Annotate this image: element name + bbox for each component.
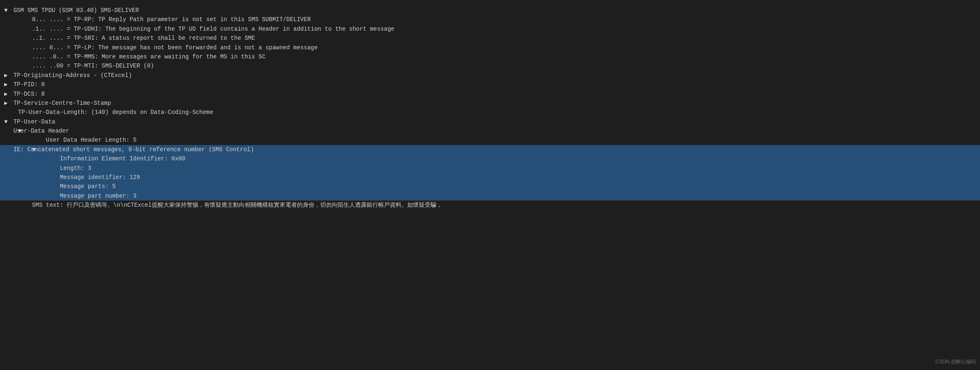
line-length[interactable]: Length: 3 — [0, 164, 980, 173]
tree-leaf-text: .... 0... = TP-LP: The message has not b… — [4, 43, 318, 52]
tree-leaf-text: User Data Header Length: 5 — [4, 135, 136, 145]
line-msg-part-num[interactable]: Message part number: 3 — [0, 191, 980, 201]
line-tp-ud[interactable]: ▼ TP-User-Data — [0, 117, 980, 126]
expand-icon[interactable]: ▶ — [4, 71, 10, 80]
tree-node-label: User-Data Header — [10, 126, 69, 135]
tree-leaf-text: SMS text: 行戶口及密碼等。\n\nCTExcel提醒大家保持警惕，有懷… — [4, 201, 442, 210]
line-tp-oa[interactable]: ▶ TP-Originating-Address - (CTExcel) — [0, 71, 980, 80]
line-msg-id[interactable]: Message identifier: 129 — [0, 173, 980, 182]
line-tp-rp[interactable]: 0... .... = TP-RP: TP Reply Path paramet… — [0, 15, 980, 24]
tree-view: ▼ GSM SMS TPDU (GSM 03.40) SMS-DELIVER 0… — [0, 4, 980, 212]
tree-node-label: TP-User-Data — [10, 117, 55, 126]
line-tp-mti[interactable]: .... ..00 = TP-MTI: SMS-DELIVER (0) — [0, 61, 980, 70]
line-tp-udhi[interactable]: .1.. .... = TP-UDHI: The beginning of th… — [0, 24, 980, 34]
line-sms-text[interactable]: SMS text: 行戶口及密碼等。\n\nCTExcel提醒大家保持警惕，有懷… — [0, 201, 980, 210]
line-tp-udl[interactable]: TP-User-Data-Length: (140) depends on Da… — [0, 108, 980, 117]
expand-icon[interactable]: ▶ — [4, 80, 10, 89]
tree-leaf-text: Message part number: 3 — [4, 191, 136, 201]
tree-leaf-text: .1.. .... = TP-UDHI: The beginning of th… — [4, 24, 394, 34]
line-tp-scts[interactable]: ▶ TP-Service-Centre-Time-Stamp — [0, 99, 980, 108]
expand-icon[interactable]: ▶ — [4, 99, 10, 108]
tree-node-label: TP-Service-Centre-Time-Stamp — [10, 99, 111, 108]
line-udh[interactable]: ▼ User-Data Header — [0, 126, 980, 135]
collapse-icon[interactable]: ▼ — [4, 117, 10, 126]
line-iei[interactable]: Information Element Identifier: 0x00 — [0, 154, 980, 163]
line-gsm-root[interactable]: ▼ GSM SMS TPDU (GSM 03.40) SMS-DELIVER — [0, 6, 980, 15]
line-ie[interactable]: ▼ IE: Concatenated short messages, 8-bit… — [0, 145, 980, 154]
tree-leaf-text: .... .0.. = TP-MMS: More messages are wa… — [4, 52, 265, 61]
line-tp-dcs[interactable]: ▶ TP-DCS: 8 — [0, 89, 980, 99]
line-tp-lp[interactable]: .... 0... = TP-LP: The message has not b… — [0, 43, 980, 52]
expand-icon[interactable]: ▶ — [4, 89, 10, 99]
collapse-icon[interactable]: ▼ — [4, 126, 10, 135]
tree-node-label: TP-Originating-Address - (CTExcel) — [10, 71, 132, 80]
tree-leaf-text: Information Element Identifier: 0x00 — [4, 154, 185, 163]
tree-leaf-text: ..1. .... = TP-SRI: A status report shal… — [4, 34, 255, 43]
line-tp-pid[interactable]: ▶ TP-PID: 0 — [0, 80, 980, 89]
tree-node-label: TP-DCS: 8 — [10, 89, 45, 99]
line-tp-mms[interactable]: .... .0.. = TP-MMS: More messages are wa… — [0, 52, 980, 61]
collapse-icon[interactable]: ▼ — [4, 145, 10, 154]
tree-leaf-text: Message parts: 5 — [4, 182, 116, 191]
watermark-label: CSDN @醉心编码 — [935, 358, 976, 366]
tree-node-label: TP-PID: 0 — [10, 80, 45, 89]
collapse-icon[interactable]: ▼ — [4, 6, 10, 15]
tree-leaf-text: Length: 3 — [4, 164, 91, 173]
tree-node-label: GSM SMS TPDU (GSM 03.40) SMS-DELIVER — [10, 6, 139, 15]
tree-leaf-text: .... ..00 = TP-MTI: SMS-DELIVER (0) — [4, 61, 154, 70]
tree-leaf-text: 0... .... = TP-RP: TP Reply Path paramet… — [4, 15, 311, 24]
tree-leaf-text: Message identifier: 129 — [4, 173, 140, 182]
line-msg-parts[interactable]: Message parts: 5 — [0, 182, 980, 191]
tree-node-label: IE: Concatenated short messages, 8-bit r… — [10, 145, 254, 154]
tree-leaf-text: TP-User-Data-Length: (140) depends on Da… — [4, 108, 213, 117]
line-tp-sri[interactable]: ..1. .... = TP-SRI: A status report shal… — [0, 34, 980, 43]
line-udhl[interactable]: User Data Header Length: 5 — [0, 135, 980, 145]
